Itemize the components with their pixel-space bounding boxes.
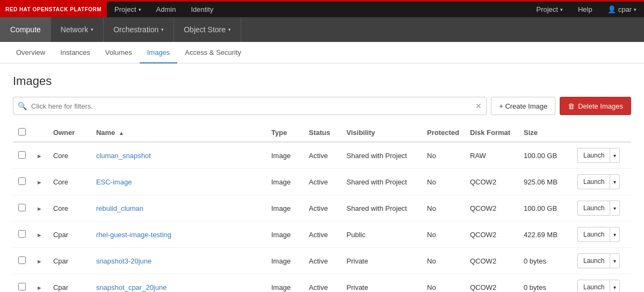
row-expand-cell: ► — [31, 222, 48, 248]
image-name-link[interactable]: rhel-guest-image-testing — [96, 231, 171, 239]
sec-nav-network[interactable]: Network ▾ — [51, 17, 104, 42]
row-status: Active — [303, 142, 341, 169]
trash-icon: 🗑 — [568, 102, 575, 110]
image-name-link[interactable]: rebuild_cluman — [96, 204, 143, 212]
row-status: Active — [303, 195, 341, 222]
row-disk-format: RAW — [465, 142, 518, 169]
image-name-link[interactable]: snapshot_cpar_20june — [96, 283, 167, 291]
page-title: Images — [13, 74, 631, 88]
delete-images-button[interactable]: 🗑 Delete Images — [560, 97, 631, 115]
images-table: Owner Name ▲ Type Status Visibility Prot… — [13, 124, 631, 292]
row-actions: Launch ▾ — [572, 195, 631, 222]
expand-icon[interactable]: ► — [37, 232, 42, 238]
expand-icon[interactable]: ► — [37, 179, 42, 186]
sec-nav-orchestration[interactable]: Orchestration ▾ — [104, 17, 174, 42]
launch-button[interactable]: Launch — [577, 227, 610, 242]
top-nav-project-right[interactable]: Project ▾ — [529, 2, 570, 17]
row-size: 925.06 MB — [518, 169, 572, 195]
row-disk-format: QCOW2 — [465, 274, 518, 293]
col-header-owner: Owner — [48, 124, 91, 142]
expand-icon[interactable]: ► — [37, 205, 42, 212]
top-nav-project[interactable]: Project ▾ — [107, 2, 148, 17]
page-content: Images 🔍 ✕ + Create Image 🗑 Delete Image… — [0, 63, 644, 292]
row-actions: Launch ▾ — [572, 248, 631, 274]
create-image-button[interactable]: + Create Image — [491, 97, 555, 115]
launch-button[interactable]: Launch — [577, 253, 610, 268]
tab-images[interactable]: Images — [140, 42, 178, 63]
row-status: Active — [303, 248, 341, 274]
row-size: 100.00 GB — [518, 195, 572, 222]
filter-clear-button[interactable]: ✕ — [471, 102, 486, 110]
search-input[interactable] — [31, 102, 471, 110]
col-header-actions — [572, 124, 631, 142]
row-expand-cell: ► — [31, 169, 48, 195]
col-header-name: Name ▲ — [91, 124, 266, 142]
top-nav-help[interactable]: Help — [570, 2, 600, 17]
row-disk-format: QCOW2 — [465, 248, 518, 274]
expand-icon[interactable]: ► — [37, 258, 42, 265]
filter-bar: 🔍 ✕ + Create Image 🗑 Delete Images — [13, 97, 631, 115]
top-nav-right: Project ▾ Help 👤 cpar ▾ — [529, 2, 644, 17]
image-name-link[interactable]: cluman_snapshot — [96, 152, 151, 160]
row-visibility: Shared with Project — [341, 142, 422, 169]
row-checkbox[interactable] — [18, 283, 26, 290]
launch-button[interactable]: Launch — [577, 148, 610, 163]
launch-dropdown-button[interactable]: ▾ — [610, 280, 620, 292]
top-nav-identity[interactable]: Identity — [183, 2, 221, 17]
table-row: ► Cpar snapshot_cpar_20june Image Active… — [13, 274, 631, 293]
tab-volumes[interactable]: Volumes — [98, 42, 140, 63]
table-row: ► Core ESC-image Image Active Shared wit… — [13, 169, 631, 195]
row-protected: No — [422, 248, 465, 274]
top-nav-admin[interactable]: Admin — [149, 2, 184, 17]
table-row: ► Cpar snapshot3-20june Image Active Pri… — [13, 248, 631, 274]
row-name: snapshot3-20june — [91, 248, 266, 274]
sec-nav-object-store[interactable]: Object Store ▾ — [174, 17, 241, 42]
row-visibility: Public — [341, 222, 422, 248]
row-size: 0 bytes — [518, 248, 572, 274]
row-checkbox[interactable] — [18, 151, 26, 159]
expand-icon[interactable]: ► — [37, 284, 42, 291]
launch-button[interactable]: Launch — [577, 280, 610, 292]
row-checkbox[interactable] — [18, 230, 26, 238]
launch-dropdown-button[interactable]: ▾ — [610, 174, 620, 189]
row-checkbox[interactable] — [18, 257, 26, 264]
tab-overview[interactable]: Overview — [9, 42, 53, 63]
launch-dropdown-button[interactable]: ▾ — [610, 253, 620, 268]
select-all-header — [13, 124, 31, 142]
top-nav-user[interactable]: 👤 cpar ▾ — [600, 2, 644, 17]
search-icon: 🔍 — [13, 102, 31, 110]
col-header-size: Size — [518, 124, 572, 142]
launch-button-group: Launch ▾ — [577, 201, 626, 216]
launch-button[interactable]: Launch — [577, 174, 610, 189]
tab-access-security[interactable]: Access & Security — [177, 42, 249, 63]
row-size: 0 bytes — [518, 274, 572, 293]
row-actions: Launch ▾ — [572, 222, 631, 248]
top-nav: Project ▾ Admin Identity Project ▾ Help … — [107, 2, 644, 17]
launch-dropdown-button[interactable]: ▾ — [610, 201, 620, 216]
row-checkbox[interactable] — [18, 177, 26, 185]
launch-dropdown-button[interactable]: ▾ — [610, 227, 620, 242]
name-sort-icon[interactable]: ▲ — [119, 130, 124, 136]
select-all-checkbox[interactable] — [18, 128, 26, 136]
col-header-protected: Protected — [422, 124, 465, 142]
row-name: rebuild_cluman — [91, 195, 266, 222]
row-disk-format: QCOW2 — [465, 222, 518, 248]
project-right-dropdown-icon: ▾ — [560, 7, 563, 12]
row-expand-cell: ► — [31, 248, 48, 274]
row-owner: Core — [48, 142, 91, 169]
tab-instances[interactable]: Instances — [53, 42, 98, 63]
row-checkbox[interactable] — [18, 204, 26, 211]
row-visibility: Shared with Project — [341, 195, 422, 222]
launch-button[interactable]: Launch — [577, 201, 610, 216]
row-checkbox-cell — [13, 195, 31, 222]
image-name-link[interactable]: snapshot3-20june — [96, 257, 151, 265]
row-checkbox-cell — [13, 169, 31, 195]
user-icon: 👤 — [607, 5, 616, 13]
launch-dropdown-button[interactable]: ▾ — [610, 148, 620, 163]
image-name-link[interactable]: ESC-image — [96, 178, 132, 186]
col-header-disk-format: Disk Format — [465, 124, 518, 142]
expand-icon[interactable]: ► — [37, 153, 42, 159]
sec-nav-compute[interactable]: Compute — [0, 17, 51, 42]
row-owner: Cpar — [48, 248, 91, 274]
launch-button-group: Launch ▾ — [577, 280, 626, 292]
